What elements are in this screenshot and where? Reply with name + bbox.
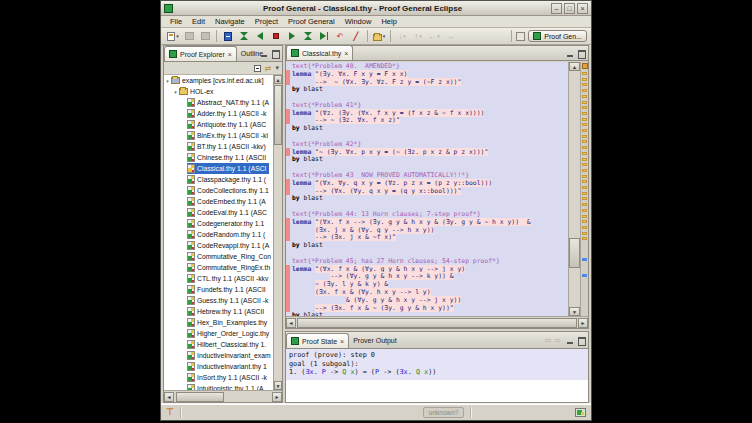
scrollbar-thumb[interactable] bbox=[274, 85, 282, 145]
view-menu-icon[interactable]: ▾ bbox=[275, 64, 279, 72]
tree-item-adder[interactable]: Adder.thy 1.1 (ASCII -k bbox=[164, 108, 273, 119]
tab-proof-explorer[interactable]: Proof Explorer × bbox=[164, 46, 237, 61]
to-end-button[interactable] bbox=[317, 29, 331, 43]
open-perspective-icon[interactable] bbox=[516, 32, 525, 41]
code-line[interactable]: text{*Problem 44: 13 Horn clauses; 7-ste… bbox=[286, 210, 568, 218]
scroll-left-icon[interactable]: ◄ bbox=[286, 318, 296, 328]
scroll-down-icon[interactable]: ▼ bbox=[274, 381, 282, 390]
tree-item-insort[interactable]: InSort.thy 1.1 (ASCII -k bbox=[164, 372, 273, 383]
code-line[interactable]: text{*Problem 43 NOW PROVED AUTOMATICALL… bbox=[286, 171, 568, 179]
annotation-mark[interactable] bbox=[582, 129, 587, 132]
pin-icon[interactable]: ⊤ bbox=[166, 407, 174, 417]
tree-item-classical[interactable]: Classical.thy 1.1 (ASCI bbox=[164, 163, 273, 174]
annotation-mark[interactable] bbox=[582, 215, 587, 218]
annotation-mark[interactable] bbox=[582, 140, 587, 143]
menu-window[interactable]: Window bbox=[340, 17, 377, 26]
maximize-button[interactable]: □ bbox=[564, 3, 575, 14]
scroll-down-icon[interactable]: ▼ bbox=[569, 307, 580, 316]
code-line[interactable]: by blast bbox=[286, 195, 568, 203]
tree-item-hol-ex[interactable]: ▾HOL-ex bbox=[164, 86, 273, 97]
tree-item-ctl[interactable]: CTL.thy 1.1 (ASCII -kkv bbox=[164, 273, 273, 284]
annotation-header-icon[interactable] bbox=[582, 63, 588, 69]
tab-prover-output[interactable]: Prover Output bbox=[349, 333, 401, 348]
maximize-view-icon[interactable] bbox=[577, 336, 586, 345]
retract-button[interactable]: ↶ bbox=[333, 29, 347, 43]
tree-item-classpackage[interactable]: Classpackage.thy 1.1 ( bbox=[164, 174, 273, 185]
annotation-mark[interactable] bbox=[582, 118, 587, 121]
code-line[interactable]: --> (∃x. f x & ~ (∃y. g y & h x y))" bbox=[286, 304, 568, 312]
menu-edit[interactable]: Edit bbox=[187, 17, 210, 26]
code-line[interactable]: --> (∀y. g y & h x y --> k y)) & bbox=[286, 273, 568, 281]
annotation-mark[interactable] bbox=[582, 152, 587, 155]
code-line[interactable]: --> ~ (∀x. ∃y. ∀z. F z y = (~F z x))" bbox=[286, 78, 568, 86]
code-line[interactable]: text{*Problem 41*} bbox=[286, 101, 568, 109]
scrollbar-thumb[interactable] bbox=[297, 318, 577, 328]
code-area[interactable]: text{*Problem 40. AMENDED*}lemma "(∃y. ∀… bbox=[286, 62, 568, 316]
code-line[interactable]: lemma "~ (∃y. ∀x. p x y = (~ (∃z. p x z … bbox=[286, 148, 568, 156]
proof-general-perspective-button[interactable]: Proof Gen... bbox=[528, 30, 587, 42]
goto-button[interactable] bbox=[301, 29, 315, 43]
scroll-left-icon[interactable]: ◄ bbox=[164, 392, 174, 402]
open-book-button[interactable] bbox=[221, 29, 235, 43]
proof-state-content[interactable]: proof (prove): step 0goal (1 subgoal):1.… bbox=[286, 349, 588, 402]
forward-icon[interactable]: ⇨ bbox=[554, 336, 561, 345]
prover-activity-icon[interactable] bbox=[575, 408, 586, 417]
stop-button[interactable] bbox=[269, 29, 283, 43]
annotation-mark[interactable] bbox=[582, 232, 587, 235]
tree-item-guess[interactable]: Guess.thy 1.1 (ASCII -k bbox=[164, 295, 273, 306]
annotation-mark[interactable] bbox=[582, 237, 587, 240]
code-line[interactable]: text{*Problem 42*} bbox=[286, 140, 568, 148]
code-line[interactable] bbox=[286, 163, 568, 171]
back-button[interactable]: ←▾ bbox=[427, 29, 441, 43]
tree-item-chinese[interactable]: Chinese.thy 1.1 (ASCII bbox=[164, 152, 273, 163]
close-icon[interactable]: × bbox=[228, 51, 232, 58]
code-line[interactable]: by blast bbox=[286, 156, 568, 164]
tree-item-higher_order_logic[interactable]: Higher_Order_Logic.thy bbox=[164, 328, 273, 339]
next-step-button[interactable] bbox=[285, 29, 299, 43]
maximize-view-icon[interactable] bbox=[271, 49, 280, 58]
annotation-mark[interactable] bbox=[582, 220, 587, 223]
scroll-right-icon[interactable]: ► bbox=[578, 318, 588, 328]
forward-button[interactable]: → bbox=[443, 29, 457, 43]
annotation-mark[interactable] bbox=[582, 123, 587, 126]
tree-item-coderandom[interactable]: CodeRandom.thy 1.1 ( bbox=[164, 229, 273, 240]
menu-navigate[interactable]: Navigate bbox=[210, 17, 250, 26]
scrollbar-thumb[interactable] bbox=[569, 238, 580, 268]
maximize-view-icon[interactable] bbox=[577, 49, 586, 58]
restart-button[interactable] bbox=[237, 29, 251, 43]
expand-icon[interactable]: ▾ bbox=[172, 89, 179, 95]
next-annotation-button[interactable]: ↑▾ bbox=[411, 29, 425, 43]
code-line[interactable]: lemma "(∀z. (∃y. (∀x. f x y = (f x z & ~… bbox=[286, 109, 568, 117]
annotation-mark[interactable] bbox=[582, 78, 587, 81]
annotation-mark[interactable] bbox=[582, 274, 587, 277]
tree-item-examples[interactable]: ▾examples [cvs.inf.ed.ac.uk] bbox=[164, 75, 273, 86]
code-line[interactable]: lemma "(∃y. ∀x. F x y = F x x) bbox=[286, 70, 568, 78]
tree-item-inductiveinvariant[interactable]: InductiveInvariant.thy 1 bbox=[164, 361, 273, 372]
edit-marker-button[interactable]: ╱ bbox=[349, 29, 363, 43]
tree-item-bt[interactable]: BT.thy 1.1 (ASCII -kkv) bbox=[164, 141, 273, 152]
annotation-mark[interactable] bbox=[582, 163, 587, 166]
tree-item-commutative_ring_con[interactable]: Commutative_Ring_Con bbox=[164, 251, 273, 262]
tab-classical-thy[interactable]: Classical.thy × bbox=[286, 45, 353, 60]
link-with-editor-icon[interactable]: ⇄ bbox=[265, 64, 272, 73]
code-line[interactable]: lemma "(∀x. f x --> (∃y. g y & h x y & (… bbox=[286, 218, 568, 226]
code-line[interactable]: lemma "(∀x. f x & (∀y. g y & h x y --> j… bbox=[286, 265, 568, 273]
menu-proof-general[interactable]: Proof General bbox=[283, 17, 340, 26]
annotation-mark[interactable] bbox=[582, 186, 587, 189]
tree-item-codeembed[interactable]: CodeEmbed.thy 1.1 (A bbox=[164, 196, 273, 207]
expand-icon[interactable]: ▾ bbox=[164, 78, 171, 84]
tree-item-inductiveinvariant_exam[interactable]: InductiveInvariant_exam bbox=[164, 350, 273, 361]
annotation-mark[interactable] bbox=[582, 169, 587, 172]
tree-item-hebrew[interactable]: Hebrew.thy 1.1 (ASCII bbox=[164, 306, 273, 317]
code-line[interactable] bbox=[286, 249, 568, 257]
annotation-mark[interactable] bbox=[582, 175, 587, 178]
tree-item-codecollections[interactable]: CodeCollections.thy 1.1 bbox=[164, 185, 273, 196]
code-line[interactable]: by blast bbox=[286, 124, 568, 132]
annotation-mark[interactable] bbox=[582, 180, 587, 183]
annotation-mark[interactable] bbox=[582, 258, 587, 261]
code-line[interactable]: (∃x. j x & (∀y. g y --> h x y)) bbox=[286, 226, 568, 234]
menu-file[interactable]: File bbox=[165, 17, 187, 26]
annotation-mark[interactable] bbox=[582, 209, 587, 212]
tree-item-antiquote[interactable]: Antiquote.thy 1.1 (ASC bbox=[164, 119, 273, 130]
tree-item-abstract_nat[interactable]: Abstract_NAT.thy 1.1 (A bbox=[164, 97, 273, 108]
